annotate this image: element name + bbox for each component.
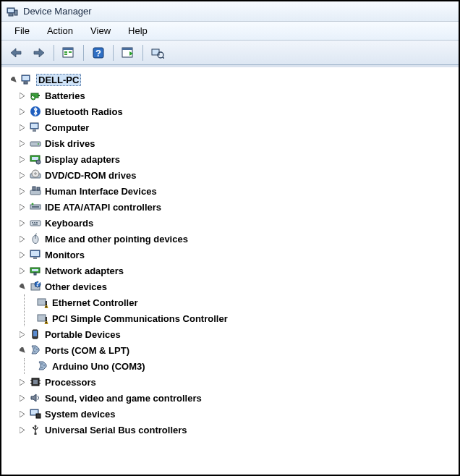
tree-node-other[interactable]: ?Other devices ·!Ethernet Controller ·!P… — [17, 279, 456, 326]
tree-label: DVD/CD-ROM drives — [45, 170, 136, 181]
expander-icon[interactable] — [17, 409, 27, 419]
expander-icon[interactable] — [17, 281, 27, 292]
svg-point-68 — [41, 363, 43, 365]
display-icon — [29, 153, 42, 166]
expander-icon[interactable] — [9, 75, 19, 85]
app-icon — [6, 5, 19, 18]
expander-icon[interactable] — [17, 138, 27, 148]
portable-icon — [29, 328, 42, 341]
svg-point-66 — [36, 349, 38, 350]
tree-node-disk[interactable]: Disk drives — [17, 135, 456, 151]
network-icon — [29, 264, 42, 277]
expander-icon[interactable] — [17, 154, 27, 164]
tree-node-bluetooth[interactable]: Bluetooth Radios — [17, 103, 456, 119]
unknown-icon: ? — [29, 280, 42, 293]
menu-help[interactable]: Help — [121, 24, 155, 38]
expander-icon[interactable] — [17, 377, 27, 387]
expander-icon[interactable] — [17, 345, 27, 355]
tree-label: Disk drives — [45, 138, 95, 149]
svg-point-65 — [34, 347, 35, 349]
tree-label: Ports (COM & LPT) — [45, 345, 129, 356]
tree-node-display[interactable]: Display adapters — [17, 151, 456, 167]
svg-rect-26 — [33, 129, 36, 132]
svg-point-34 — [35, 173, 36, 174]
tree-node-processors[interactable]: Processors — [17, 374, 456, 390]
tree-node-keyboards[interactable]: Keyboards — [17, 215, 456, 231]
tree-node-ethernet[interactable]: ·!Ethernet Controller — [25, 294, 456, 310]
tree-node-mice[interactable]: Mice and other pointing devices — [17, 231, 456, 247]
help-button[interactable]: ? — [88, 43, 108, 62]
properties-button[interactable] — [59, 43, 79, 62]
svg-line-16 — [163, 57, 164, 59]
svg-rect-45 — [33, 224, 38, 225]
tree-node-portable[interactable]: Portable Devices — [17, 326, 456, 342]
forward-button[interactable] — [29, 43, 49, 62]
scan-button[interactable] — [118, 43, 138, 62]
svg-rect-43 — [34, 222, 35, 224]
tree-content[interactable]: DELL-PC Batteries Bluetooth Radios Compu… — [1, 65, 459, 475]
expander-icon[interactable] — [17, 393, 27, 403]
svg-rect-12 — [122, 48, 132, 50]
svg-rect-8 — [69, 51, 72, 53]
svg-rect-53 — [34, 273, 36, 275]
tree-label: System devices — [45, 409, 116, 420]
tree-node-network[interactable]: Network adapters — [17, 263, 456, 279]
svg-rect-79 — [36, 414, 41, 418]
tree-node-hid[interactable]: Human Interface Devices — [17, 183, 456, 199]
expander-icon[interactable] — [17, 250, 27, 260]
tree-node-arduino[interactable]: ·Arduino Uno (COM3) — [25, 358, 456, 374]
tree-label: Portable Devices — [45, 329, 121, 340]
tree-node-pci[interactable]: ·!PCI Simple Communications Controller — [25, 310, 456, 326]
tree-node-ide[interactable]: IDE ATA/ATAPI controllers — [17, 199, 456, 215]
menu-view[interactable]: View — [83, 24, 118, 38]
back-button[interactable] — [6, 43, 26, 62]
svg-rect-42 — [32, 222, 33, 224]
expander-icon[interactable] — [17, 122, 27, 132]
expander-icon[interactable] — [17, 329, 27, 339]
menu-action[interactable]: Action — [40, 24, 80, 38]
svg-point-69 — [43, 365, 45, 366]
expander-icon[interactable] — [17, 106, 27, 116]
tree-node-batteries[interactable]: Batteries — [17, 88, 456, 103]
svg-text:!: ! — [45, 299, 48, 308]
svg-rect-21 — [38, 95, 40, 96]
tree-node-dvd[interactable]: DVD/CD-ROM drives — [17, 167, 456, 183]
menu-file[interactable]: File — [7, 24, 37, 38]
tree-label: IDE ATA/ATAPI controllers — [45, 202, 161, 213]
svg-rect-50 — [33, 258, 37, 259]
svg-rect-37 — [37, 187, 40, 190]
toolbar-separator — [113, 45, 114, 61]
svg-rect-3 — [9, 14, 13, 16]
svg-rect-6 — [64, 51, 67, 53]
show-hidden-button[interactable] — [148, 43, 168, 62]
tree-label: Universal Serial Bus controllers — [45, 425, 187, 435]
expander-icon[interactable] — [17, 202, 27, 212]
svg-rect-35 — [30, 190, 41, 195]
svg-rect-49 — [31, 251, 39, 256]
tree-node-ports[interactable]: Ports (COM & LPT) ·Arduino Uno (COM3) — [17, 342, 456, 374]
expander-icon[interactable] — [17, 218, 27, 228]
device-manager-window: Device Manager File Action View Help ? — [0, 0, 460, 476]
expander-icon[interactable] — [17, 425, 27, 435]
tree-node-computer[interactable]: Computer — [17, 119, 456, 135]
tree-label: Batteries — [45, 90, 85, 101]
tree-node-monitors[interactable]: Monitors — [17, 247, 456, 263]
expander-icon[interactable] — [17, 234, 27, 244]
toolbar-separator — [83, 45, 84, 61]
tree-node-system[interactable]: System devices — [17, 406, 456, 422]
expander-icon[interactable] — [17, 90, 27, 101]
expander-icon[interactable] — [17, 265, 27, 276]
tree-root[interactable]: DELL-PC Batteries Bluetooth Radios Compu… — [4, 72, 456, 438]
svg-rect-5 — [63, 48, 73, 50]
svg-rect-64 — [33, 331, 37, 336]
tree-label: Keyboards — [45, 218, 93, 229]
port-icon — [36, 360, 49, 373]
svg-rect-1 — [8, 9, 14, 12]
warning-device-icon: ! — [36, 312, 49, 325]
expander-icon[interactable] — [17, 186, 27, 196]
tree-label: Monitors — [45, 250, 85, 260]
tree-node-sound[interactable]: Sound, video and game controllers — [17, 390, 456, 406]
expander-icon[interactable] — [17, 170, 27, 180]
tree-label: Human Interface Devices — [45, 186, 157, 197]
tree-node-usb[interactable]: Universal Serial Bus controllers — [17, 422, 456, 438]
